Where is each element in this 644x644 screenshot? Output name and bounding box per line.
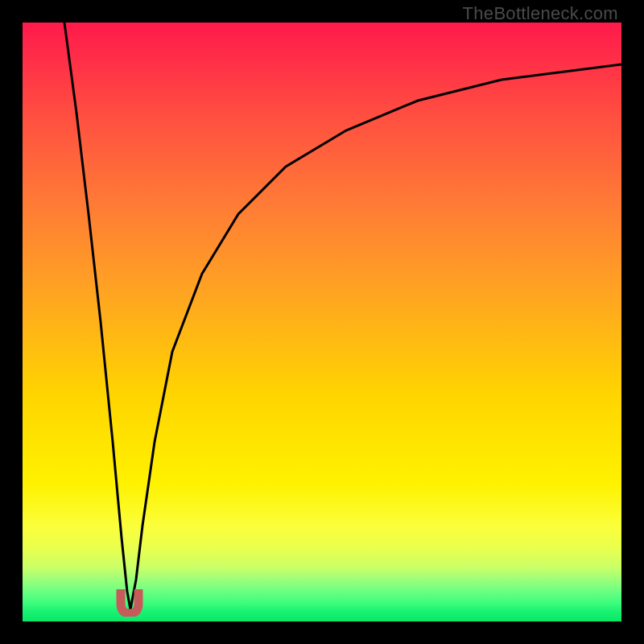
- curve-left-branch: [64, 23, 130, 609]
- curve-right-branch: [130, 64, 621, 609]
- bottleneck-curve: [23, 23, 621, 621]
- watermark-text: TheBottleneck.com: [463, 3, 618, 24]
- plot-area: [23, 23, 621, 621]
- chart-frame: TheBottleneck.com: [0, 0, 644, 644]
